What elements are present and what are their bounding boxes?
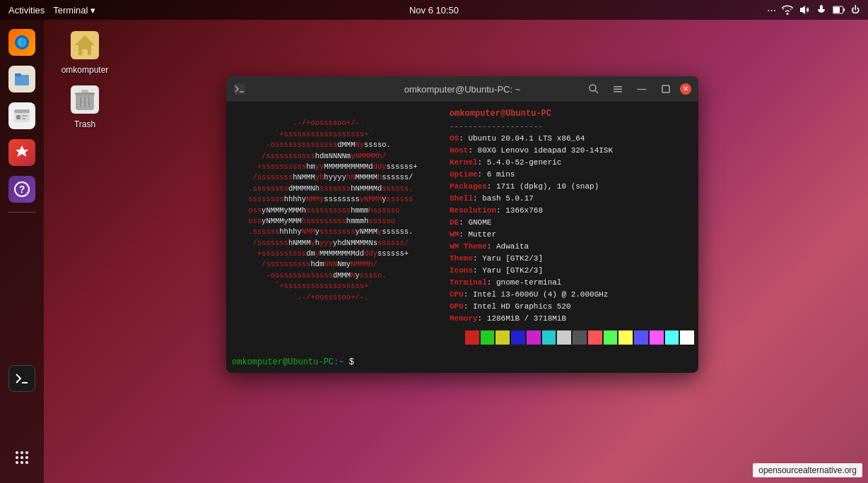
volume-icon (799, 4, 810, 16)
trash-icon (68, 83, 102, 117)
sysinfo-row: Terminal: gnome-terminal (450, 277, 694, 289)
svg-point-19 (20, 451, 23, 454)
color-swatch (665, 330, 679, 345)
files-icon (12, 69, 32, 89)
svg-rect-9 (15, 76, 29, 85)
color-swatch (634, 330, 648, 345)
dock-item-terminal[interactable] (5, 362, 39, 395)
terminal-title-icon (233, 83, 246, 95)
info-separator: -------------------- (450, 121, 694, 133)
color-swatch (573, 330, 587, 345)
color-swatch (618, 330, 633, 345)
desktop-icon-home[interactable]: omkomputer (57, 28, 113, 75)
dock-item-help[interactable]: ? (5, 172, 39, 206)
svg-text:?: ? (19, 184, 25, 195)
home-icon (68, 28, 102, 62)
svg-point-22 (20, 456, 23, 459)
terminal-body: .-/+oossssoo+/-. `+ssssssssssssssssss+` … (226, 102, 698, 354)
svg-rect-44 (614, 91, 622, 93)
sysinfo-row: Icons: Yaru [GTK2/3] (450, 265, 694, 277)
prompt-dollar: $ (344, 357, 353, 367)
terminal-titlebar-left (233, 83, 246, 95)
color-swatch (650, 330, 664, 345)
svg-rect-2 (833, 7, 840, 13)
wifi-icon (782, 4, 793, 16)
terminal-window: omkomputer@Ubuntu-PC: ~ ─ (226, 76, 698, 373)
sysinfo-row: WM Theme: Adwaita (450, 241, 694, 253)
dock-item-files[interactable] (5, 62, 39, 96)
svg-rect-33 (75, 93, 95, 95)
sysinfo-row: WM: Mutter (450, 229, 694, 241)
sysinfo-row: Memory: 1286MiB / 3718MiB (450, 313, 694, 325)
svg-rect-3 (843, 8, 845, 11)
svg-rect-38 (234, 83, 245, 95)
dots-menu[interactable]: ⋯ (767, 5, 776, 16)
sysinfo-row: CPU: Intel i3-6006U (4) @ 2.000GHz (450, 289, 694, 301)
svg-rect-14 (22, 118, 26, 119)
svg-point-21 (16, 456, 18, 459)
terminal-icon (13, 370, 30, 387)
sysinfo-row: Host: 80XG Lenovo ideapad 320-14ISK (450, 145, 694, 157)
sysinfo-row: Packages: 1711 (dpkg), 10 (snap) (450, 181, 694, 193)
trash-label: Trash (74, 119, 95, 129)
svg-rect-8 (15, 74, 20, 76)
svg-point-18 (16, 451, 18, 454)
terminal-search-button[interactable] (584, 79, 604, 99)
sysinfo-row: Uptime: 6 mins (450, 169, 694, 181)
terminal-prompt[interactable]: omkomputer@Ubuntu-PC:~ $ (226, 354, 698, 373)
svg-point-24 (16, 461, 18, 464)
prompt-user: omkomputer (232, 357, 283, 367)
filemanager-icon (12, 106, 32, 126)
color-swatch (511, 330, 525, 345)
appstore-icon (13, 144, 30, 161)
sysinfo-row: Resolution: 1366x768 (450, 205, 694, 217)
svg-rect-30 (82, 49, 88, 55)
svg-rect-43 (614, 89, 622, 90)
svg-rect-45 (662, 85, 669, 93)
svg-point-23 (25, 456, 28, 459)
terminal-maximize-button[interactable] (656, 79, 676, 99)
svg-rect-12 (16, 115, 20, 119)
terminal-menu-button[interactable]: Terminal ▾ (53, 5, 95, 16)
neofetch-art: .-/+oossssoo+/-. `+ssssssssssssssssss+` … (226, 102, 445, 354)
activities-button[interactable]: Activities (8, 5, 45, 16)
firefox-icon (12, 32, 32, 52)
watermark: opensourcealternative.org (753, 463, 862, 477)
top-bar-datetime: Nov 6 10:50 (409, 5, 459, 16)
prompt-host: Ubuntu-PC (288, 357, 334, 367)
dock-divider (8, 212, 36, 213)
top-bar: Activities Terminal ▾ Nov 6 10:50 ⋯ ⏻ (0, 0, 868, 20)
sysinfo-table: OS: Ubuntu 20.04.1 LTS x86_64Host: 80XG … (450, 133, 694, 326)
terminal-menu-icon-button[interactable] (608, 79, 628, 99)
sysinfo-row: Kernel: 5.4.0-52-generic (450, 157, 694, 169)
dock-item-firefox[interactable] (5, 25, 39, 59)
color-swatch (495, 330, 510, 345)
power-indicator: ⏻ (851, 5, 860, 15)
svg-rect-11 (14, 109, 30, 113)
desktop-icon-trash[interactable]: Trash (57, 83, 113, 129)
color-swatch (588, 330, 602, 345)
sysinfo-row: Theme: Yaru [GTK2/3] (450, 253, 694, 265)
sysinfo-row: Shell: bash 5.0.17 (450, 193, 694, 205)
svg-point-40 (590, 85, 596, 91)
sysinfo-row: GPU: Intel HD Graphics 520 (450, 301, 694, 313)
apps-grid-icon (13, 449, 30, 466)
dock-item-appstore[interactable] (5, 136, 39, 169)
dock: ? (0, 20, 44, 483)
svg-rect-13 (22, 115, 28, 117)
svg-line-41 (595, 90, 598, 93)
neofetch-info: omkomputer@Ubuntu-PC -------------------… (445, 102, 698, 354)
dock-item-apps-grid[interactable] (5, 441, 39, 475)
color-swatch (527, 330, 541, 345)
dock-bottom (5, 362, 39, 475)
home-label: omkomputer (61, 65, 109, 75)
terminal-close-button[interactable]: ✕ (680, 83, 691, 95)
svg-rect-0 (820, 5, 823, 10)
svg-point-26 (25, 461, 28, 464)
svg-point-5 (17, 37, 27, 47)
terminal-menu-arrow: ▾ (90, 5, 95, 16)
terminal-minimize-button[interactable]: ─ (632, 79, 652, 99)
color-swatch (465, 330, 479, 345)
sysinfo-row: DE: GNOME (450, 217, 694, 229)
dock-item-files2[interactable] (5, 99, 39, 133)
